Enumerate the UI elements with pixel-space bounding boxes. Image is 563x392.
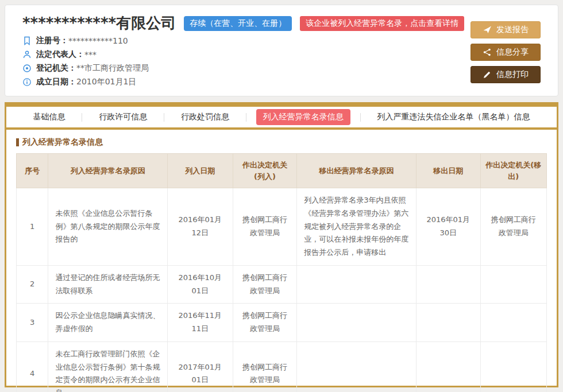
table-cell: 携创网工商行政管理局 — [233, 188, 297, 266]
table-cell: 1 — [17, 188, 48, 266]
section-title-marker — [16, 138, 19, 146]
share-icon — [483, 48, 492, 57]
field-label: 登记机关： — [36, 63, 76, 73]
company-fields: 注册号：***********110法定代表人：***登记机关：**市工商行政管… — [22, 36, 541, 87]
share-info-button[interactable]: 信息分享 — [471, 44, 541, 61]
section-title: 列入经营异常名录信息 — [16, 137, 547, 148]
table-cell: 因公示企业信息隐瞒真实情况、弄虚作假的 — [48, 304, 168, 342]
table-cell — [297, 341, 417, 392]
header-row: 序号列入经营异常名录原因列入日期作出决定机关(列入)移出经营异常名录原因移出日期… — [17, 154, 547, 188]
table-cell: 携创网工商行政管理局 — [233, 341, 297, 392]
column-header: 作出决定机关(列入) — [233, 154, 297, 188]
table-cell: 2016年01月30日 — [416, 188, 480, 266]
tab-content: 列入经营异常名录信息 序号列入经营异常名录原因列入日期作出决定机关(列入)移出经… — [6, 130, 557, 392]
table-row: 2通过登记的住所或者经营场所无法取得联系2016年10月01日携创网工商行政管理… — [17, 265, 547, 304]
table-cell: 2017年01月01日 — [168, 341, 233, 392]
table-cell — [297, 265, 417, 304]
table-cell: 2016年10月01日 — [168, 265, 233, 304]
field-value: *** — [84, 50, 97, 59]
abnormal-alert-badge[interactable]: 该企业被列入经营异常名录，点击查看详情 — [300, 16, 464, 31]
tab-item-5[interactable]: 列入严重违法失信企业名单（黑名单）信息 — [370, 109, 537, 125]
table-cell: 未依照《企业信息公示暂行条例》第八条规定的期限公示年度报告的 — [48, 188, 168, 266]
table-cell: 3 — [17, 304, 48, 342]
location-icon — [22, 64, 32, 73]
section-title-text: 列入经营异常名录信息 — [22, 137, 103, 148]
column-header: 列入经营异常名录原因 — [48, 154, 168, 188]
column-header: 移出经营异常名录原因 — [297, 154, 417, 188]
table-cell: 通过登记的住所或者经营场所无法取得联系 — [48, 265, 168, 304]
table-cell: 携创网工商行政管理局 — [233, 265, 297, 304]
table-cell — [416, 341, 480, 392]
tab-separator — [246, 113, 246, 122]
person-icon — [22, 50, 32, 59]
table-cell: 2 — [17, 265, 48, 304]
column-header: 序号 — [17, 154, 48, 188]
company-name: ************有限公司 — [22, 14, 176, 32]
send-report-button[interactable]: 发送报告 — [471, 21, 541, 38]
field-label: 注册号： — [36, 36, 68, 46]
detail-card: 基础信息行政许可信息行政处罚信息列入经营异常名录信息列入严重违法失信企业名单（黑… — [5, 102, 558, 387]
table-cell: 未在工商行政管理部门依照《企业信息公示暂行条例》第十条规定责令的期限内公示有关企… — [48, 341, 168, 392]
company-summary-card: ************有限公司 存续（在营、开业、在册） 该企业被列入经营异常… — [5, 5, 558, 96]
company-field: 登记机关：**市工商行政管理局 — [22, 63, 541, 73]
field-value: **市工商行政管理局 — [76, 63, 149, 73]
table-cell — [416, 304, 480, 342]
column-header: 作出决定机关(移出) — [480, 154, 546, 188]
table-cell — [480, 265, 546, 304]
table-row: 3因公示企业信息隐瞒真实情况、弄虚作假的2016年11月11日携创网工商行政管理… — [17, 304, 547, 342]
table-cell: 携创网工商行政管理局 — [480, 188, 546, 266]
tab-separator — [164, 113, 164, 122]
action-button-label: 信息分享 — [496, 47, 529, 57]
abnormal-records-table: 序号列入经营异常名录原因列入日期作出决定机关(列入)移出经营异常名录原因移出日期… — [16, 153, 547, 392]
info-icon — [22, 77, 32, 87]
table-row: 1未依照《企业信息公示暂行条例》第八条规定的期限公示年度报告的2016年01月1… — [17, 188, 547, 266]
table-cell: 携创网工商行政管理局 — [233, 304, 297, 342]
table-cell — [480, 341, 546, 392]
send-icon — [483, 25, 492, 34]
table-cell — [416, 265, 480, 304]
action-button-label: 信息打印 — [496, 69, 529, 80]
table-cell: 2016年01月12日 — [168, 188, 233, 266]
table-cell — [480, 304, 546, 342]
company-header-row: ************有限公司 存续（在营、开业、在册） 该企业被列入经营异常… — [22, 14, 541, 32]
certificate-icon — [22, 36, 32, 45]
tab-item-4[interactable]: 列入经营异常名录信息 — [256, 109, 350, 125]
action-button-label: 发送报告 — [496, 25, 529, 35]
table-cell: 4 — [17, 341, 48, 392]
tab-item-1[interactable]: 基础信息 — [26, 109, 72, 125]
print-icon — [483, 70, 492, 79]
field-value: 2010年01月1日 — [76, 77, 136, 87]
tab-bar: 基础信息行政许可信息行政处罚信息列入经营异常名录信息列入严重违法失信企业名单（黑… — [6, 107, 557, 130]
table-row: 4未在工商行政管理部门依照《企业信息公示暂行条例》第十条规定责令的期限内公示有关… — [17, 341, 547, 392]
status-badge: 存续（在营、开业、在册） — [184, 16, 292, 31]
table-head: 序号列入经营异常名录原因列入日期作出决定机关(列入)移出经营异常名录原因移出日期… — [17, 154, 547, 188]
company-field: 注册号：***********110 — [22, 36, 541, 46]
print-info-button[interactable]: 信息打印 — [471, 66, 541, 83]
tab-item-2[interactable]: 行政许可信息 — [92, 109, 154, 125]
field-value: ***********110 — [68, 36, 128, 45]
column-header: 列入日期 — [168, 154, 233, 188]
company-field: 法定代表人：*** — [22, 49, 541, 60]
column-header: 移出日期 — [416, 154, 480, 188]
table-cell — [297, 304, 417, 342]
table-body: 1未依照《企业信息公示暂行条例》第八条规定的期限公示年度报告的2016年01月1… — [17, 188, 547, 392]
tab-separator — [360, 113, 361, 122]
action-buttons: 发送报告信息分享信息打印 — [471, 21, 541, 83]
tab-separator — [82, 113, 82, 122]
company-field: 成立日期：2010年01月1日 — [22, 77, 541, 87]
table-cell: 2016年11月11日 — [168, 304, 233, 342]
field-label: 法定代表人： — [36, 49, 84, 60]
field-label: 成立日期： — [36, 77, 76, 87]
table-cell: 列入经营异常名录3年内且依照《经营异常名录管理办法》第六规定被列入经营异常名录的… — [297, 188, 417, 266]
tab-item-3[interactable]: 行政处罚信息 — [174, 109, 236, 125]
